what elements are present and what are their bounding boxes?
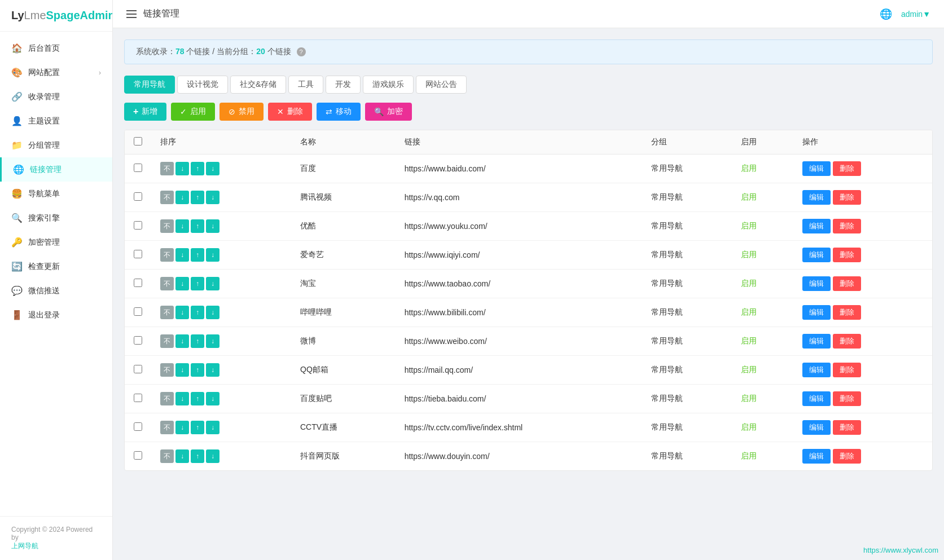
- help-icon[interactable]: ?: [297, 47, 306, 56]
- row-checkbox-5[interactable]: [134, 307, 142, 316]
- sort-up-button[interactable]: ↑: [191, 306, 204, 319]
- add-button[interactable]: + 新增: [124, 103, 166, 121]
- sidebar-item-links[interactable]: 🌐 链接管理: [0, 157, 112, 182]
- footer-link[interactable]: 上网导航: [11, 542, 38, 550]
- sort-up-button[interactable]: ↑: [191, 248, 204, 262]
- row-checkbox-4[interactable]: [134, 279, 142, 287]
- sort-up-button[interactable]: ↑: [191, 449, 204, 463]
- sort-bottom-button[interactable]: ↓: [206, 306, 219, 319]
- sort-bottom-button[interactable]: ↓: [206, 363, 219, 377]
- sort-up-button[interactable]: ↑: [191, 219, 204, 233]
- edit-button[interactable]: 编辑: [802, 420, 831, 435]
- row-checkbox-8[interactable]: [134, 394, 142, 402]
- sidebar-item-site-config[interactable]: 🎨 网站配置 ›: [0, 60, 112, 85]
- sort-up-button[interactable]: ↑: [191, 421, 204, 434]
- row-checkbox-7[interactable]: [134, 365, 142, 373]
- user-menu[interactable]: admin▼: [901, 10, 930, 19]
- sort-down-button[interactable]: ↓: [175, 334, 189, 348]
- sort-top-button[interactable]: 不: [160, 449, 174, 463]
- tab-design-view[interactable]: 设计视觉: [177, 76, 228, 94]
- row-checkbox-10[interactable]: [134, 451, 142, 460]
- sort-bottom-button[interactable]: ↓: [206, 219, 219, 233]
- sort-bottom-button[interactable]: ↓: [206, 449, 219, 463]
- sort-down-button[interactable]: ↓: [175, 392, 189, 405]
- edit-button[interactable]: 编辑: [802, 161, 831, 176]
- sidebar-item-encrypt[interactable]: 🔑 加密管理: [0, 230, 112, 254]
- edit-button[interactable]: 编辑: [802, 219, 831, 233]
- sort-bottom-button[interactable]: ↓: [206, 421, 219, 434]
- row-delete-button[interactable]: 删除: [833, 305, 861, 320]
- encrypt-button[interactable]: 🔍 加密: [365, 103, 412, 121]
- tab-tools[interactable]: 工具: [288, 76, 323, 94]
- menu-toggle-button[interactable]: [126, 10, 137, 18]
- edit-button[interactable]: 编辑: [802, 305, 831, 320]
- row-delete-button[interactable]: 删除: [833, 391, 861, 406]
- row-delete-button[interactable]: 删除: [833, 190, 861, 205]
- select-all-checkbox[interactable]: [134, 137, 142, 145]
- sort-up-button[interactable]: ↑: [191, 277, 204, 290]
- sort-down-button[interactable]: ↓: [175, 219, 189, 233]
- sort-down-button[interactable]: ↓: [175, 277, 189, 290]
- row-checkbox-6[interactable]: [134, 336, 142, 345]
- sort-bottom-button[interactable]: ↓: [206, 248, 219, 262]
- row-delete-button[interactable]: 删除: [833, 219, 861, 233]
- sort-down-button[interactable]: ↓: [175, 421, 189, 434]
- sort-up-button[interactable]: ↑: [191, 363, 204, 377]
- row-delete-button[interactable]: 删除: [833, 449, 861, 464]
- tab-games[interactable]: 游戏娱乐: [363, 76, 414, 94]
- sort-bottom-button[interactable]: ↓: [206, 162, 219, 175]
- sort-top-button[interactable]: 不: [160, 363, 174, 377]
- disable-button[interactable]: ⊘ 禁用: [219, 103, 264, 121]
- sort-top-button[interactable]: 不: [160, 421, 174, 434]
- sidebar-item-nav-menu[interactable]: 🍔 导航菜单: [0, 182, 112, 206]
- sort-down-button[interactable]: ↓: [175, 306, 189, 319]
- sort-down-button[interactable]: ↓: [175, 363, 189, 377]
- move-button[interactable]: ⇄ 移动: [317, 103, 361, 121]
- row-checkbox-0[interactable]: [134, 164, 142, 172]
- edit-button[interactable]: 编辑: [802, 449, 831, 464]
- sort-up-button[interactable]: ↑: [191, 162, 204, 175]
- sidebar-item-dashboard[interactable]: 🏠 后台首页: [0, 36, 112, 60]
- enable-button[interactable]: ✓ 启用: [171, 103, 215, 121]
- sort-top-button[interactable]: 不: [160, 306, 174, 319]
- sidebar-item-wechat[interactable]: 💬 微信推送: [0, 279, 112, 303]
- sort-down-button[interactable]: ↓: [175, 248, 189, 262]
- sidebar-item-group[interactable]: 📁 分组管理: [0, 133, 112, 157]
- sidebar-item-theme[interactable]: 👤 主题设置: [0, 109, 112, 133]
- row-checkbox-1[interactable]: [134, 192, 142, 201]
- sort-top-button[interactable]: 不: [160, 392, 174, 405]
- edit-button[interactable]: 编辑: [802, 363, 831, 377]
- row-delete-button[interactable]: 删除: [833, 248, 861, 262]
- row-delete-button[interactable]: 删除: [833, 363, 861, 377]
- sort-top-button[interactable]: 不: [160, 162, 174, 175]
- row-checkbox-9[interactable]: [134, 422, 142, 431]
- sort-up-button[interactable]: ↑: [191, 392, 204, 405]
- tab-social-storage[interactable]: 社交&存储: [230, 76, 286, 94]
- edit-button[interactable]: 编辑: [802, 276, 831, 291]
- row-delete-button[interactable]: 删除: [833, 334, 861, 349]
- sort-down-button[interactable]: ↓: [175, 449, 189, 463]
- sort-top-button[interactable]: 不: [160, 248, 174, 262]
- sort-top-button[interactable]: 不: [160, 191, 174, 204]
- row-delete-button[interactable]: 删除: [833, 276, 861, 291]
- bottom-link[interactable]: https://www.xlycwl.com: [863, 546, 938, 554]
- tab-common-nav[interactable]: 常用导航: [124, 76, 175, 94]
- sort-top-button[interactable]: 不: [160, 219, 174, 233]
- sort-bottom-button[interactable]: ↓: [206, 392, 219, 405]
- sort-top-button[interactable]: 不: [160, 334, 174, 348]
- row-checkbox-3[interactable]: [134, 250, 142, 258]
- sort-bottom-button[interactable]: ↓: [206, 334, 219, 348]
- sidebar-item-search[interactable]: 🔍 搜索引擎: [0, 206, 112, 230]
- row-checkbox-2[interactable]: [134, 221, 142, 230]
- sort-bottom-button[interactable]: ↓: [206, 277, 219, 290]
- tab-site-notice[interactable]: 网站公告: [416, 76, 467, 94]
- edit-button[interactable]: 编辑: [802, 248, 831, 262]
- row-delete-button[interactable]: 删除: [833, 161, 861, 176]
- row-delete-button[interactable]: 删除: [833, 420, 861, 435]
- tab-dev[interactable]: 开发: [326, 76, 361, 94]
- edit-button[interactable]: 编辑: [802, 391, 831, 406]
- sort-top-button[interactable]: 不: [160, 277, 174, 290]
- sidebar-item-collection[interactable]: 🔗 收录管理: [0, 85, 112, 109]
- sort-down-button[interactable]: ↓: [175, 162, 189, 175]
- delete-button[interactable]: ✕ 删除: [268, 103, 312, 121]
